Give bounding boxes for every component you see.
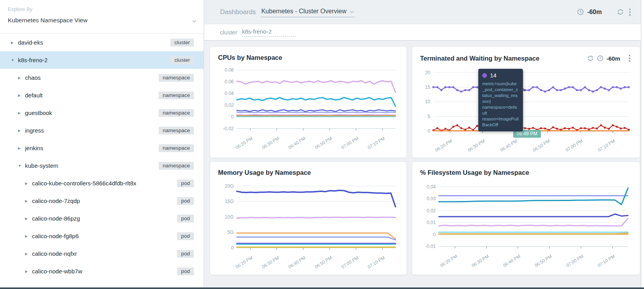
svg-text:5G: 5G (227, 230, 234, 235)
tree-item-calico-kube-controllers-5866c4dfdb-rlt8x[interactable]: ▶calico-kube-controllers-5866c4dfdb-rlt8… (0, 174, 204, 192)
explore-sidebar: Explore By Kubernetes Namespace View ▶da… (0, 0, 204, 287)
svg-text:07:00 PM: 07:00 PM (340, 255, 359, 269)
series-color-dot (482, 73, 487, 78)
scope-value-selector[interactable]: k8s-freno-2 (242, 28, 296, 37)
svg-text:07:00 PM: 07:00 PM (340, 136, 359, 150)
svg-text:06:40 PM: 06:40 PM (288, 136, 306, 150)
chevron-down-icon[interactable] (192, 17, 197, 24)
chevron-right-icon[interactable]: ▶ (18, 111, 25, 115)
refresh-icon[interactable] (617, 8, 624, 16)
tree-item-label: calico-node-wbb7w (32, 268, 177, 275)
chart-canvas[interactable]: 2015105006:20 PM06:30 PM06:40 PM06:50 PM… (420, 64, 633, 155)
svg-text:07:10 PM: 07:10 PM (367, 255, 386, 269)
explore-by-header: Explore By Kubernetes Namespace View (0, 0, 204, 34)
clock-icon[interactable] (577, 9, 584, 15)
svg-text:0.08: 0.08 (225, 67, 234, 73)
chart-plot-area[interactable]: 2015105006:20 PM06:30 PM06:40 PM06:50 PM… (420, 64, 632, 156)
kebab-menu-icon[interactable] (628, 8, 632, 16)
scope-type-badge: namespace (159, 109, 194, 117)
scope-type-badge: pod (177, 250, 194, 258)
dashboard-selector[interactable]: Kubernetes - Cluster Overview (261, 7, 355, 17)
chart-card: Memory Usage by Namespace20G15G10G5G006:… (210, 162, 407, 275)
chevron-down-icon[interactable]: ▼ (18, 164, 25, 168)
panel-time-range-label[interactable]: -60m (606, 55, 620, 62)
dashboard-title[interactable]: Kubernetes - Cluster Overview (261, 8, 347, 15)
time-range-label[interactable]: -60m (587, 9, 602, 16)
chevron-right-icon[interactable]: ▶ (25, 269, 32, 273)
svg-text:15: 15 (425, 84, 431, 90)
svg-text:0: 0 (231, 245, 234, 251)
svg-text:06:50 PM: 06:50 PM (532, 138, 551, 153)
chevron-right-icon[interactable]: ▶ (18, 93, 25, 97)
svg-text:10: 10 (425, 99, 431, 104)
panels-grid: CPUs by Namespace0.080.060.040.020-0.020… (210, 47, 641, 275)
scope-type-badge: pod (177, 197, 194, 205)
tree-item-k8s-freno-2[interactable]: ▼k8s-freno-2cluster (0, 51, 204, 69)
dashboards-label: Dashboards (220, 8, 256, 16)
chevron-down-icon[interactable]: ▼ (11, 58, 18, 62)
scope-type-badge: pod (177, 215, 194, 223)
chevron-right-icon[interactable]: ▶ (18, 146, 25, 150)
svg-text:06:30 PM: 06:30 PM (261, 136, 280, 150)
tree-item-calico-node-nqfxr[interactable]: ▶calico-node-nqfxrpod (0, 245, 204, 262)
chevron-right-icon[interactable]: ▶ (25, 181, 32, 185)
chart-card: Terminated and Waiting by Namespace-60m2… (412, 47, 640, 158)
svg-text:06:20 PM: 06:20 PM (439, 254, 458, 268)
chevron-right-icon[interactable]: ▶ (18, 76, 25, 80)
tree-item-guestbook[interactable]: ▶guestbooknamespace (0, 104, 204, 122)
scrollbar-track[interactable] (641, 0, 644, 289)
scope-type-badge: pod (177, 180, 194, 187)
clock-icon[interactable] (597, 55, 603, 61)
chart-card: % Filesystem Usage by Namespace0.040.030… (412, 162, 640, 275)
tree-item-david-eks[interactable]: ▶david-ekscluster (0, 34, 204, 51)
chart-card: CPUs by Namespace0.080.060.040.020-0.020… (210, 47, 407, 158)
scope-type-badge: pod (177, 267, 194, 275)
scope-type-badge: namespace (159, 127, 194, 135)
chart-plot-area[interactable]: 20G15G10G5G006:20 PM06:30 PM06:40 PM06:5… (218, 178, 399, 272)
chart-canvas[interactable]: 20G15G10G5G006:20 PM06:30 PM06:40 PM06:5… (218, 178, 399, 270)
svg-text:-0.01: -0.01 (425, 244, 436, 249)
chart-title: Terminated and Waiting by Namespace (420, 55, 539, 62)
chart-title: Memory Usage by Namespace (218, 169, 311, 176)
tree-item-label: kube-system (25, 162, 159, 169)
view-selector[interactable]: Kubernetes Namespace View (8, 17, 196, 24)
tree-item-label: david-eks (18, 39, 170, 46)
svg-text:20G: 20G (225, 183, 234, 189)
svg-text:0.03: 0.03 (427, 196, 436, 201)
tree-item-jenkins[interactable]: ▶jenkinsnamespace (0, 139, 204, 157)
chevron-down-icon[interactable] (350, 8, 354, 15)
refresh-icon[interactable] (587, 55, 594, 62)
svg-text:5: 5 (428, 114, 430, 119)
tree-item-label: ingress (25, 127, 159, 134)
tree-item-chaos[interactable]: ▶chaosnamespace (0, 69, 204, 86)
explore-by-label: Explore By (8, 6, 196, 12)
tree-item-calico-node-fg8p6[interactable]: ▶calico-node-fg8p6pod (0, 227, 204, 245)
tree-item-calico-node-wbb7w[interactable]: ▶calico-node-wbb7wpod (0, 262, 204, 280)
tree-item-calico-node-86pzg[interactable]: ▶calico-node-86pzgpod (0, 210, 204, 227)
chart-plot-area[interactable]: 0.080.060.040.020-0.0206:20 PM06:30 PM06… (218, 63, 399, 155)
tree-item-ingress[interactable]: ▶ingressnamespace (0, 122, 204, 139)
chevron-right-icon[interactable]: ▶ (25, 199, 32, 203)
tree-item-calico-node-7zqdp[interactable]: ▶calico-node-7zqdppod (0, 192, 204, 210)
svg-text:06:40 PM: 06:40 PM (288, 255, 306, 269)
chevron-right-icon[interactable]: ▶ (18, 129, 25, 133)
chart-canvas[interactable]: 0.040.030.020.010-0.0106:20 PM06:30 PM06… (420, 178, 633, 270)
chart-title: % Filesystem Usage by Namespace (420, 169, 529, 176)
svg-text:0.02: 0.02 (225, 102, 234, 108)
tree-item-kube-system[interactable]: ▼kube-systemnamespace (0, 157, 204, 174)
tooltip-value: 14 (490, 72, 497, 79)
chevron-right-icon[interactable]: ▶ (25, 234, 32, 238)
svg-text:06:30 PM: 06:30 PM (471, 254, 490, 268)
chart-canvas[interactable]: 0.080.060.040.020-0.0206:20 PM06:30 PM06… (218, 63, 399, 154)
chart-plot-area[interactable]: 0.040.030.020.010-0.0106:20 PM06:30 PM06… (420, 178, 632, 272)
chevron-right-icon[interactable]: ▶ (11, 41, 18, 45)
kebab-menu-icon[interactable] (627, 54, 632, 63)
svg-text:06:30 PM: 06:30 PM (467, 138, 486, 153)
svg-text:0: 0 (433, 232, 436, 237)
svg-text:07:10 PM: 07:10 PM (367, 136, 386, 150)
tree-item-label: calico-kube-controllers-5866c4dfdb-rlt8x (32, 180, 177, 187)
chevron-right-icon[interactable]: ▶ (25, 217, 32, 221)
tree-item-default[interactable]: ▶defaultnamespace (0, 86, 204, 104)
chevron-right-icon[interactable]: ▶ (25, 252, 32, 256)
scope-type-badge: cluster (170, 39, 194, 47)
